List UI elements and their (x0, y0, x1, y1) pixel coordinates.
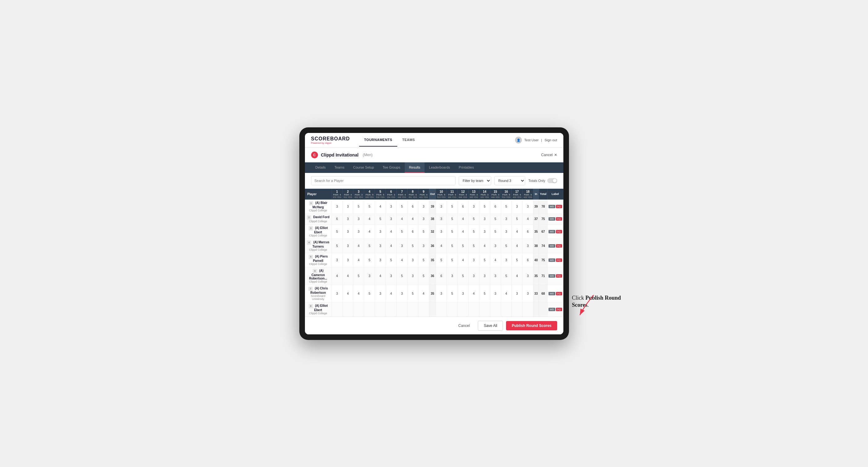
hole-17-score: 4 (512, 267, 523, 285)
toggle-switch[interactable] (547, 178, 557, 183)
hole-17-score: 3 (512, 199, 523, 214)
hole-15-score: 3 (490, 267, 501, 285)
dq-badge: DQ (556, 230, 562, 234)
tab-course-setup[interactable]: Course Setup (349, 162, 378, 173)
hole-2-header: 2 PAR: 4 511 YDS (342, 189, 353, 199)
label-cell: WD DQ (548, 267, 563, 285)
hole-8-score: 3 (407, 253, 418, 267)
footer-actions: Cancel Save All Publish Round Scores (305, 317, 563, 334)
hole-18-score: 3 (523, 285, 533, 302)
filter-by-team-dropdown[interactable]: Filter by team (459, 176, 491, 185)
wd-badge: WD (549, 244, 555, 248)
out-score: 32 (429, 224, 436, 239)
hole-6-score: 5 (386, 253, 397, 267)
player-name: (A) Elliot Ebert (314, 226, 328, 234)
hole-15-score: 5 (490, 214, 501, 224)
hole-12-header: 12 PAR: 4 846 YDS (457, 189, 468, 199)
player-team: Clippd College (306, 312, 331, 315)
hole-4-score: 5 (364, 285, 375, 302)
wd-badge: WD (549, 205, 555, 208)
player-rank: 4 (307, 241, 311, 245)
hole-15-score: 5 (490, 224, 501, 239)
hole-13-score: 4 (468, 285, 479, 302)
logo-text: SCOREBOARD (311, 136, 350, 142)
label-cell: WD DQ (548, 224, 563, 239)
table-row: 5 (A) Piers Parnell Clippd College 33453… (305, 253, 563, 267)
in-score (533, 302, 539, 316)
hole-10-score (436, 302, 447, 316)
dq-badge: DQ (556, 308, 562, 311)
player-cell: 2 David Ford Clippd College (305, 214, 332, 224)
out-score (429, 302, 436, 316)
totals-only-toggle[interactable]: Totals Only (528, 178, 557, 183)
cancel-button[interactable]: Cancel (453, 321, 475, 330)
hole-9-score: 5 (418, 224, 429, 239)
in-score: 35 (533, 224, 539, 239)
hole-8-score: 6 (407, 224, 418, 239)
hole-2-score: 3 (342, 214, 353, 224)
hole-5-score: 3 (375, 253, 386, 267)
hole-17-score: 5 (512, 253, 523, 267)
hole-3-score: 4 (353, 253, 364, 267)
hole-12-score: 4 (457, 214, 468, 224)
hole-3-score: 3 (353, 214, 364, 224)
publish-round-scores-button[interactable]: Publish Round Scores (506, 321, 557, 330)
label-cell: WD DQ (548, 199, 563, 214)
save-all-button[interactable]: Save All (478, 321, 503, 331)
nav-teams[interactable]: TEAMS (397, 133, 420, 147)
tab-details[interactable]: Details (311, 162, 330, 173)
hole-12-score: 3 (457, 285, 468, 302)
tournament-header: C Clippd Invitational (Men) Cancel ✕ (305, 148, 563, 162)
hole-11-score (447, 302, 458, 316)
in-score: 37 (533, 214, 539, 224)
hole-3-header: 3 PAR: 3 433 YDS (353, 189, 364, 199)
hole-6-score (386, 302, 397, 316)
search-input[interactable] (311, 176, 456, 185)
hole-6-score: 3 (386, 267, 397, 285)
hole-10-score: 3 (436, 214, 447, 224)
nav-tournaments[interactable]: TOURNAMENTS (359, 133, 397, 147)
tab-results[interactable]: Results (405, 162, 425, 173)
tab-printables[interactable]: Printables (454, 162, 478, 173)
hole-18-score: 3 (523, 267, 533, 285)
tab-tee-groups[interactable]: Tee Groups (378, 162, 405, 173)
tab-teams[interactable]: Teams (330, 162, 349, 173)
hole-1-score: 6 (332, 214, 342, 224)
hole-1-header: 1 PAR: 4 370 YDS (332, 189, 342, 199)
hole-7-score: 5 (397, 224, 407, 239)
annotation-area: Click Publish Round Scores. (572, 294, 637, 309)
hole-15-score: 3 (490, 285, 501, 302)
player-cell: 6 (A) Cameron Robertson... Clippd Colleg… (305, 267, 332, 285)
hole-4-score: 5 (364, 199, 375, 214)
player-name: (A) Chris Robertson (311, 287, 328, 294)
hole-9-score: 5 (418, 267, 429, 285)
round-dropdown[interactable]: Round 3 (494, 176, 525, 185)
table-row: 8 (A) Elliot Ebert Clippd College WD DQ (305, 302, 563, 316)
hole-13-score: 3 (468, 199, 479, 214)
in-header: In (533, 189, 539, 199)
hole-2-score: 4 (342, 285, 353, 302)
hole-12-score: 6 (457, 199, 468, 214)
annotation-text: Click Publish Round Scores. (572, 294, 637, 309)
player-rank: 8 (309, 304, 313, 308)
hole-16-score: 4 (501, 285, 512, 302)
sign-out-link[interactable]: Sign out (545, 138, 557, 142)
tab-leaderboards[interactable]: Leaderboards (425, 162, 454, 173)
hole-11-score: 3 (447, 267, 458, 285)
hole-1-score: 5 (332, 224, 342, 239)
tournament-title-area: C Clippd Invitational (Men) (311, 152, 373, 158)
total-score: 74 (539, 239, 548, 253)
hole-14-header: 14 PAR: 3 183 YDS (479, 189, 490, 199)
score-table-container: Player 1 PAR: 4 370 YDS (305, 189, 563, 317)
hole-15-score (490, 302, 501, 316)
tournament-cancel-button[interactable]: Cancel ✕ (541, 153, 557, 157)
hole-1-score: 5 (332, 239, 342, 253)
dq-badge: DQ (556, 292, 562, 295)
hole-15-score: 4 (490, 253, 501, 267)
hole-4-score: 3 (364, 267, 375, 285)
hole-4-score: 4 (364, 224, 375, 239)
table-row: 4 (A) Marcus Turners Clippd College 5345… (305, 239, 563, 253)
hole-8-score: 4 (407, 214, 418, 224)
total-score: 75 (539, 253, 548, 267)
player-rank: 6 (313, 269, 317, 273)
